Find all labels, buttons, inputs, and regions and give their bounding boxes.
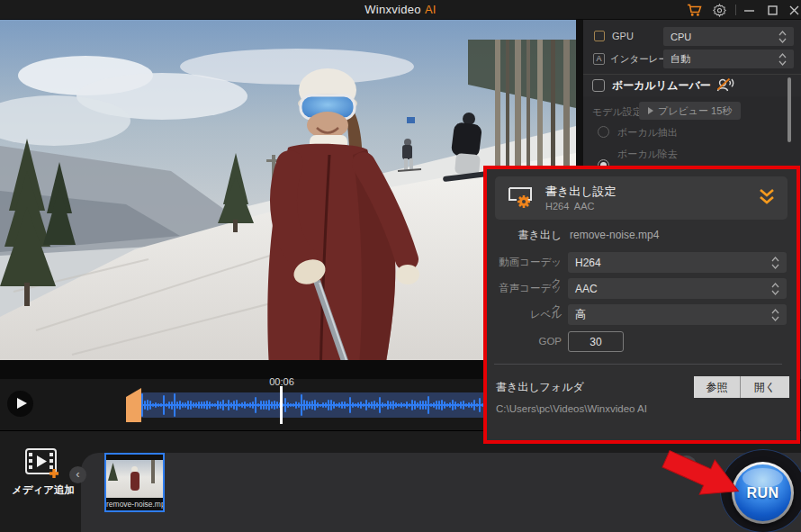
thumb-person-body xyxy=(130,472,140,491)
gop-label: GOP xyxy=(490,331,562,352)
vocal-remover-checkbox[interactable] xyxy=(592,79,605,92)
app-title-accent: AI xyxy=(425,3,436,16)
deinterlace-select-value: 自動 xyxy=(670,52,778,66)
close-button[interactable] xyxy=(786,3,801,17)
run-button-label: RUN xyxy=(746,485,778,501)
updown-chevron-icon xyxy=(778,52,787,67)
add-media-label: メディア追加 xyxy=(9,483,77,497)
vocal-remover-row: ボーカルリムーバー xyxy=(583,74,801,96)
help-dot[interactable] xyxy=(676,455,697,476)
vocal-extract-radio[interactable] xyxy=(598,126,609,138)
clip-name-label: remove-noise.mp xyxy=(106,499,163,510)
preview-button-label: プレビュー 15秒 xyxy=(658,104,732,118)
trim-start-handle[interactable] xyxy=(126,388,141,422)
tree-icon xyxy=(108,463,118,481)
app-title: WinxvideoAI xyxy=(0,3,801,16)
gop-input[interactable] xyxy=(568,331,624,352)
vocal-muted-icon xyxy=(716,77,735,95)
audio-codec-value: AAC xyxy=(575,283,771,295)
deinterlace-icon: A xyxy=(593,53,605,65)
gpu-select-value: CPU xyxy=(670,32,778,42)
open-folder-button[interactable]: 開く xyxy=(741,376,789,398)
export-divider xyxy=(494,364,782,365)
export-monitor-gear-icon xyxy=(506,185,538,212)
audio-codec-select[interactable]: AAC xyxy=(568,278,787,299)
deinterlace-select[interactable]: 自動 xyxy=(663,50,794,68)
preview-button[interactable]: プレビュー 15秒 xyxy=(639,102,741,120)
play-icon xyxy=(648,107,653,114)
video-codec-select[interactable]: H264 xyxy=(568,252,787,273)
maximize-button[interactable] xyxy=(764,3,780,17)
gpu-select[interactable]: CPU xyxy=(663,27,794,46)
app-window: WinxvideoAI xyxy=(0,0,801,532)
output-label: 書き出し xyxy=(490,225,562,246)
updown-chevron-icon xyxy=(771,308,779,322)
vocal-extract-label: ボーカル抽出 xyxy=(617,126,678,140)
collapse-tray-button[interactable]: ‹ xyxy=(69,466,86,483)
folder-buttons: 参照 開く xyxy=(694,376,789,398)
export-settings-title: 書き出し設定 xyxy=(545,184,616,200)
updown-chevron-icon xyxy=(778,30,787,44)
export-settings-panel: 書き出し設定 H264 AAC 書き出し remove-noise.mp4 動画… xyxy=(483,166,800,444)
cart-icon[interactable] xyxy=(686,3,702,17)
output-filename: remove-noise.mp4 xyxy=(570,225,659,246)
video-codec-value: H264 xyxy=(575,257,771,269)
panel-scrollbar[interactable] xyxy=(788,77,791,142)
model-setting-label: モデル設定: xyxy=(592,105,645,119)
clip-thumbnail-image xyxy=(106,460,163,498)
export-folder-path: C:\Users\pc\Videos\Winxvideo AI xyxy=(496,403,647,414)
media-clip-thumbnail[interactable]: remove-noise.mp xyxy=(104,453,165,512)
add-media-button[interactable]: メディア追加 xyxy=(9,447,77,507)
level-select[interactable]: 高 xyxy=(568,304,787,325)
updown-chevron-icon xyxy=(771,256,779,270)
level-label: レベル xyxy=(490,304,562,325)
tree-trunk-icon xyxy=(151,460,155,483)
export-folder-label: 書き出しフォルダ xyxy=(496,380,584,395)
export-settings-header[interactable]: 書き出し設定 H264 AAC xyxy=(495,176,788,220)
browse-button[interactable]: 参照 xyxy=(694,376,741,398)
vocal-remove-label: ボーカル除去 xyxy=(617,148,678,161)
run-button[interactable]: RUN xyxy=(732,462,794,524)
titlebar-separator xyxy=(735,5,736,15)
settings-gear-icon[interactable] xyxy=(711,3,727,17)
media-bar: メディア追加 ‹ remove-noise.mp xyxy=(0,430,801,532)
vocal-remover-label: ボーカルリムーバー xyxy=(612,75,711,97)
add-media-icon xyxy=(24,447,62,480)
play-button[interactable] xyxy=(7,391,33,417)
collapse-double-chevron-icon[interactable] xyxy=(759,188,775,206)
export-settings-subtitle: H264 AAC xyxy=(545,201,594,212)
title-bar: WinxvideoAI xyxy=(0,0,801,20)
updown-chevron-icon xyxy=(771,282,779,296)
gpu-checkbox[interactable] xyxy=(594,31,605,41)
gpu-label: GPU xyxy=(612,27,634,46)
level-value: 高 xyxy=(575,307,771,322)
app-title-text: Winxvideo xyxy=(364,3,421,16)
playhead[interactable] xyxy=(280,386,283,424)
minimize-button[interactable] xyxy=(741,3,757,17)
